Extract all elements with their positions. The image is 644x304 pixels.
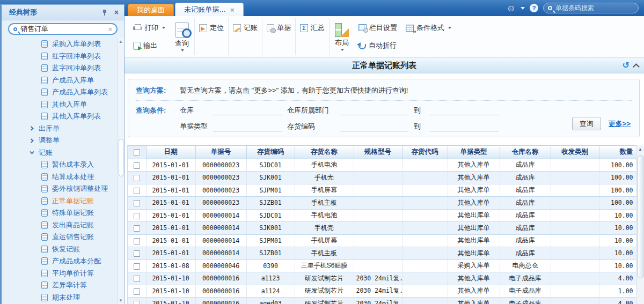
tree-item-18[interactable]: 恢复记账 <box>2 243 117 256</box>
tab-unposted-vouchers[interactable]: 未记账单据… × <box>175 3 244 16</box>
row-checkbox[interactable] <box>134 225 140 232</box>
column-header-9[interactable]: 收发类别 <box>551 146 599 159</box>
tree-item-6[interactable]: 其他入库单 <box>2 99 117 111</box>
table-row[interactable]: 2015-01-010000000014SJDC01手机电池其他出库单成品库10… <box>128 209 636 222</box>
scroll-down-icon[interactable]: ▼ <box>118 298 124 303</box>
inventory-code-input[interactable] <box>340 122 408 131</box>
refresh-icon[interactable]: ↺ <box>623 61 630 70</box>
query-dropdown-icon[interactable] <box>181 49 184 51</box>
table-row[interactable]: 2015-01-010000000014SJPM01手机屏幕其他出库单成品库10… <box>128 234 636 247</box>
column-settings-button[interactable]: 栏目设置 <box>355 21 400 34</box>
voucher-button[interactable]: 单据 <box>264 21 294 34</box>
collapse-panel-icon[interactable] <box>633 63 640 70</box>
post-button[interactable]: 记账 <box>230 21 261 34</box>
help-icon[interactable]: ? <box>530 4 538 12</box>
sidebar-search-input[interactable]: 销售订单 × <box>8 23 118 35</box>
barcode-search-input[interactable]: 单据条码搜索 <box>543 3 639 13</box>
tree-item-5[interactable]: 产成品入库单列表 <box>2 86 117 99</box>
tree-item-4[interactable]: 产成品入库单 <box>2 75 117 87</box>
tab-close-icon[interactable]: × <box>230 6 235 13</box>
tree-item-3[interactable]: 蓝字回冲单列表 <box>2 62 117 75</box>
export-button[interactable]: 输出 <box>130 39 169 52</box>
row-checkbox[interactable] <box>134 288 140 295</box>
tree-item-12[interactable]: 结算成本处理 <box>2 171 117 183</box>
table-row[interactable]: 2015-01-010000000023SJDC01手机电池其他入库单成品库10… <box>128 159 636 172</box>
inventory-code-to-input[interactable] <box>430 122 499 131</box>
doc-type-input[interactable] <box>213 122 282 131</box>
layout-dropdown-icon[interactable] <box>341 49 344 51</box>
tree-item-9[interactable]: 调整单 <box>2 135 117 147</box>
table-row[interactable]: 2015-01-010000000014SJZB01手机主板其他出库单成品库10… <box>128 247 636 260</box>
table-scrollbar-thumb[interactable] <box>638 155 643 278</box>
select-all-checkbox[interactable] <box>134 149 140 155</box>
table-row[interactable]: 2015-01-100000000016a1124研发试制芯片2030 24mi… <box>128 285 636 298</box>
row-checkbox[interactable] <box>134 263 140 270</box>
query-button[interactable]: 查询 <box>171 16 193 57</box>
tree-item-7[interactable]: 其他入库单列表 <box>2 110 117 123</box>
tree-item-1[interactable]: 采购入库单列表 <box>2 38 117 50</box>
tree-item-11[interactable]: 暂估成本录入 <box>2 159 117 171</box>
conditional-format-button[interactable]: 条件格式 <box>402 21 455 34</box>
scrollbar-thumb[interactable] <box>119 139 123 176</box>
table-row[interactable]: 2015-01-010000000023SJK001手机壳其他入库单成品库100… <box>128 172 636 184</box>
column-header-2[interactable]: 单据号 <box>195 146 246 159</box>
row-checkbox[interactable] <box>134 162 140 169</box>
more-link[interactable]: 更多>> <box>609 119 631 129</box>
tree-item-21[interactable]: 差异率计算 <box>2 279 117 292</box>
tree-item-20[interactable]: 平均单价计算 <box>2 268 117 280</box>
table-scrollbar[interactable]: ▲ <box>636 145 644 304</box>
row-checkbox[interactable] <box>134 200 140 206</box>
layout-button[interactable]: 布局 <box>331 16 353 57</box>
auto-wrap-button[interactable]: 自动折行 <box>355 39 400 52</box>
tree-item-10[interactable]: 记账 <box>2 147 117 159</box>
user-menu-caret-icon[interactable] <box>521 7 525 10</box>
chevron-down-icon[interactable] <box>30 150 34 155</box>
warehouse-input[interactable] <box>213 106 282 115</box>
row-checkbox[interactable] <box>134 276 140 282</box>
sidebar-close-icon[interactable]: × <box>114 9 119 16</box>
table-row[interactable]: 2015-01-100000000016aqed03研发试制芯片2030 24m… <box>128 298 636 304</box>
tree-item-2[interactable]: 红字回冲单列表 <box>2 50 117 63</box>
column-header-3[interactable]: 存货编码 <box>246 146 295 159</box>
print-button[interactable]: 打印 <box>130 21 169 34</box>
tree-item-14[interactable]: 正常单据记账 <box>2 195 117 207</box>
table-scroll-up-icon[interactable]: ▲ <box>636 147 644 152</box>
tab-my-desktop[interactable]: 我的桌面 <box>128 4 174 16</box>
query-submit-button[interactable]: 查询 <box>572 117 601 130</box>
row-checkbox[interactable] <box>134 250 140 257</box>
table-row[interactable]: 2015-01-010000000023SJPM01手机屏幕其他入库单成品库10… <box>128 184 636 197</box>
chevron-right-icon[interactable] <box>30 138 34 143</box>
warehouse-dept-input[interactable] <box>340 106 408 115</box>
locate-button[interactable]: 定位 <box>196 21 227 34</box>
column-header-4[interactable]: 存货名称 <box>295 146 354 159</box>
tree-item-17[interactable]: 直运销售记账 <box>2 231 117 243</box>
tree-item-19[interactable]: 产成品成本分配 <box>2 255 117 268</box>
pin-icon[interactable] <box>101 9 108 16</box>
column-header-8[interactable]: 仓库名称 <box>500 146 551 159</box>
conditional-format-dropdown-icon[interactable] <box>448 27 451 29</box>
tree-item-16[interactable]: 发出商品记账 <box>2 219 117 232</box>
column-header-7[interactable]: 单据类型 <box>448 146 500 159</box>
user-smiley-icon[interactable]: ☺ <box>507 4 516 13</box>
table-row[interactable]: 2015-01-100000000016a1123研发试制芯片2030 24mi… <box>128 272 636 285</box>
tree-item-8[interactable]: 出库单 <box>2 123 117 135</box>
tree-item-13[interactable]: 委外核销调整处理 <box>2 183 117 195</box>
row-checkbox[interactable] <box>134 238 140 244</box>
print-dropdown-icon[interactable] <box>162 27 165 29</box>
column-header-10[interactable]: 数量 <box>599 146 636 159</box>
chevron-right-icon[interactable] <box>30 126 34 131</box>
tree-item-22[interactable]: 期末处理 <box>2 292 117 304</box>
table-row[interactable]: 2015-01-010000000023SJZB01手机主板其他入库单成品库10… <box>128 197 636 210</box>
column-header-1[interactable]: 日期 <box>146 146 195 159</box>
scroll-up-icon[interactable]: ▲ <box>118 39 124 44</box>
sidebar-scrollbar[interactable]: ▲ ▼ <box>117 38 124 304</box>
row-checkbox[interactable] <box>134 175 140 181</box>
column-header-6[interactable]: 存货代码 <box>402 146 448 159</box>
row-checkbox[interactable] <box>134 213 140 219</box>
row-checkbox[interactable] <box>134 188 140 194</box>
clear-search-icon[interactable]: × <box>108 25 112 33</box>
summary-button[interactable]: Σ 汇总 <box>297 21 328 34</box>
column-header-5[interactable]: 规格型号 <box>354 146 402 159</box>
row-checkbox[interactable] <box>134 301 140 304</box>
tree-item-15[interactable]: 特殊单据记账 <box>2 207 117 219</box>
